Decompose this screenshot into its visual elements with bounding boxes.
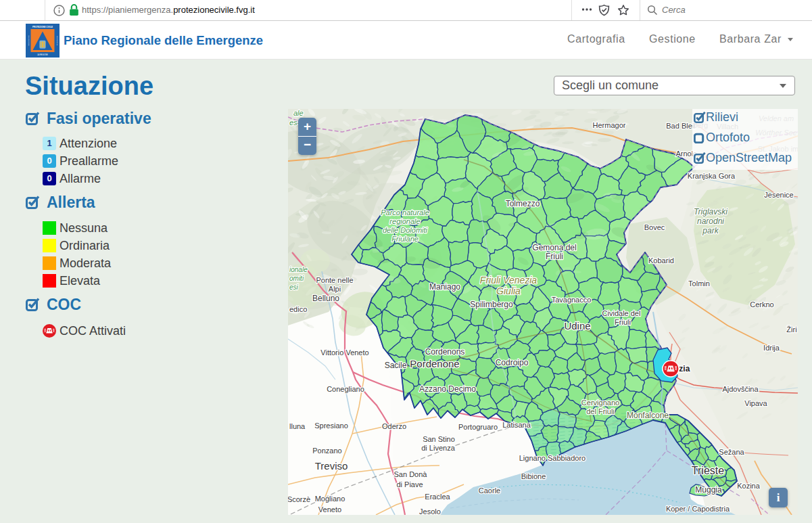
svg-text:del Friuli: del Friuli [586, 407, 615, 415]
svg-text:park: park [702, 226, 719, 235]
svg-text:Ponzano: Ponzano [312, 447, 341, 455]
svg-text:esi: esi [289, 283, 299, 291]
svg-text:Jesolo: Jesolo [419, 507, 441, 515]
svg-text:Oderzo: Oderzo [382, 422, 406, 430]
svg-text:LA REGIONE: LA REGIONE [37, 53, 48, 56]
svg-text:PROTEZIONE CIVILE: PROTEZIONE CIVILE [32, 26, 53, 28]
svg-text:regionale: regionale [389, 217, 420, 225]
svg-text:Sežana: Sežana [719, 448, 744, 456]
svg-text:Udine: Udine [564, 320, 590, 332]
svg-text:Scorzè: Scorzè [288, 495, 310, 503]
svg-text:Cerkno: Cerkno [750, 300, 773, 309]
svg-text:di Piave: di Piave [396, 480, 423, 488]
svg-text:Alpi: Alpi [329, 285, 341, 293]
svg-text:Spresiano: Spresiano [314, 422, 348, 430]
svg-text:Gemona del: Gemona del [532, 243, 576, 252]
svg-text:San Stino: San Stino [423, 435, 455, 443]
svg-text:Eraclea: Eraclea [425, 493, 450, 501]
svg-text:Koper / Capodistria: Koper / Capodistria [666, 505, 730, 513]
svg-text:Friuli Venezia: Friuli Venezia [480, 275, 538, 286]
svg-text:Trieste: Trieste [692, 465, 724, 476]
svg-text:Vipava: Vipava [744, 399, 767, 407]
svg-text:Vittorio Veneto: Vittorio Veneto [320, 348, 368, 357]
svg-text:REGIONE FVG: REGIONE FVG [28, 35, 29, 45]
svg-text:Cervignano: Cervignano [581, 399, 619, 407]
svg-text:Bibione: Bibione [521, 472, 546, 480]
svg-text:Azzano Decimo: Azzano Decimo [419, 384, 476, 394]
svg-text:Portogruaro: Portogruaro [458, 423, 498, 431]
svg-text:Treviso: Treviso [315, 460, 348, 472]
svg-text:Monfalcone: Monfalcone [627, 411, 669, 420]
svg-text:Lignano Sabbiadoro: Lignano Sabbiadoro [519, 454, 586, 462]
svg-text:Žiri: Žiri [786, 325, 796, 334]
svg-text:Cividale del: Cividale del [602, 309, 641, 317]
svg-text:Tolmezzo: Tolmezzo [506, 199, 540, 208]
svg-text:PROTEZIONE: PROTEZIONE [57, 36, 58, 46]
svg-text:Belluno: Belluno [312, 294, 339, 303]
svg-text:ale: ale [293, 109, 304, 117]
svg-text:omiti: omiti [289, 275, 304, 282]
svg-text:Kobarid: Kobarid [648, 256, 674, 265]
svg-text:Kranjska Gora: Kranjska Gora [688, 172, 736, 180]
svg-text:narodni: narodni [697, 217, 724, 226]
svg-text:Muggia: Muggia [695, 485, 722, 495]
svg-text:Codroipo: Codroipo [496, 358, 529, 367]
svg-text:Spilimbergo: Spilimbergo [470, 300, 513, 309]
svg-text:Veneto: Veneto [318, 505, 341, 514]
svg-text:Cordenons: Cordenons [425, 347, 465, 357]
svg-text:Bad Bleil: Bad Bleil [666, 122, 695, 130]
svg-text:San Donà: San Donà [394, 470, 428, 478]
svg-text:delle Dolomiti: delle Dolomiti [383, 226, 428, 234]
svg-text:edico: edico [289, 305, 307, 313]
svg-text:Latisana: Latisana [502, 421, 531, 429]
svg-text:Caorle: Caorle [479, 486, 500, 495]
svg-text:Giulia: Giulia [496, 286, 521, 296]
svg-text:Kozina: Kozina [737, 482, 761, 490]
svg-text:lluna: lluna [289, 422, 306, 430]
svg-text:Friulane: Friulane [391, 235, 419, 243]
svg-text:Sacile: Sacile [385, 361, 407, 370]
svg-text:Conegliano: Conegliano [327, 385, 364, 393]
svg-text:Friuli: Friuli [615, 318, 631, 326]
svg-text:Bovec: Bovec [644, 223, 665, 231]
svg-text:Tolmin: Tolmin [688, 279, 710, 288]
svg-text:Pordenone: Pordenone [410, 358, 459, 369]
svg-text:ionale: ionale [289, 266, 308, 273]
svg-text:Jesenice: Jesenice [764, 191, 793, 199]
svg-text:Tavagnacco: Tavagnacco [552, 296, 592, 304]
svg-text:Mogliano: Mogliano [315, 495, 345, 503]
svg-text:Triglavski: Triglavski [694, 207, 727, 217]
svg-text:Idrija: Idrija [763, 344, 780, 352]
svg-text:Friuli: Friuli [546, 252, 563, 261]
svg-text:Ponte nelle: Ponte nelle [316, 276, 353, 284]
svg-text:Maniago: Maniago [429, 282, 460, 292]
svg-text:Hermagor: Hermagor [593, 121, 626, 129]
svg-text:Ajdovščina: Ajdovščina [722, 385, 759, 393]
svg-text:Parco naturale: Parco naturale [381, 208, 429, 217]
svg-text:di Livenza: di Livenza [421, 444, 455, 452]
